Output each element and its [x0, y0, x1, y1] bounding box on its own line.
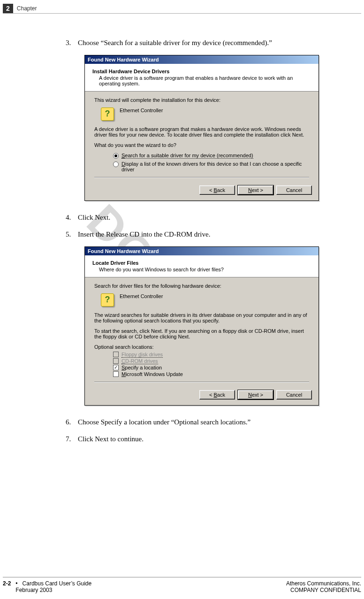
dialog-titlebar: Found New Hardware Wizard	[85, 247, 318, 255]
back-button[interactable]: < Back	[199, 390, 235, 399]
step-text: Choose “Search for a suitable driver for…	[78, 38, 345, 48]
dialog-panel-title: Install Hardware Device Drivers	[92, 69, 311, 74]
dialog-titlebar: Found New Hardware Wizard	[85, 55, 318, 64]
checkbox-icon	[113, 358, 119, 364]
device-name: Ethernet Controller	[120, 293, 163, 299]
cancel-button[interactable]: Cancel	[276, 185, 312, 195]
chapter-number-badge: 2	[3, 4, 13, 13]
dialog-text: Optional search locations:	[94, 344, 309, 350]
bullet: •	[15, 580, 17, 587]
page-header: 2 Chapter	[0, 4, 364, 13]
divider	[94, 177, 309, 178]
dialog-header-panel: Locate Driver Files Where do you want Wi…	[85, 255, 318, 277]
check-label: Floppy disk drives	[121, 352, 163, 357]
step-number: 6.	[66, 417, 78, 428]
page-number: 2-2	[3, 580, 11, 593]
check-cdrom[interactable]: CD-ROM drives	[113, 358, 309, 364]
check-floppy[interactable]: Floppy disk drives	[113, 352, 309, 357]
step-6: 6. Choose Specify a location under “Opti…	[66, 417, 345, 428]
device-name: Ethernet Controller	[120, 108, 163, 113]
question-icon: ?	[101, 293, 114, 307]
step-text: Click Next to continue.	[78, 434, 345, 445]
dialog-locate-files: Found New Hardware Wizard Locate Driver …	[84, 246, 319, 406]
radio-search-driver[interactable]: SSearch for a suitable driver for my dev…	[113, 153, 309, 159]
radio-display-list[interactable]: Display a list of the known drivers for …	[113, 161, 309, 172]
dialog-panel-subtitle: A device driver is a software program th…	[99, 75, 311, 86]
step-number: 4.	[66, 212, 78, 223]
checkbox-icon	[113, 371, 119, 377]
dialog-buttons: < Back Next > Cancel	[85, 181, 318, 200]
check-specify-location[interactable]: ✓ Specify a location	[113, 365, 309, 370]
step-number: 3.	[66, 38, 78, 48]
page-footer: 2-2 • Cardbus Card User’s Guide February…	[3, 577, 361, 593]
dialog-text: A device driver is a software program th…	[94, 126, 309, 138]
back-button[interactable]: < Back	[199, 185, 235, 195]
header-rule	[3, 13, 361, 14]
check-label: CD-ROM drives	[121, 358, 158, 364]
dialog-header-panel: Install Hardware Device Drivers A device…	[85, 64, 318, 92]
footer-rule	[3, 577, 361, 577]
chapter-label: Chapter	[17, 5, 37, 12]
step-text: Choose Specify a location under “Optiona…	[78, 417, 345, 428]
checkbox-icon: ✓	[113, 365, 119, 370]
device-row: ? Ethernet Controller	[101, 108, 309, 121]
doc-title: Cardbus Card User’s Guide	[23, 580, 92, 587]
dialog-text: To start the search, click Next. If you …	[94, 328, 309, 339]
check-label: Microsoft Windows Update	[121, 371, 183, 377]
doc-date: February 2003	[15, 587, 91, 593]
dialog-text: The wizard searches for suitable drivers…	[94, 312, 309, 323]
next-button[interactable]: Next >	[238, 390, 273, 399]
step-text: Insert the Release CD into the CD-ROM dr…	[78, 229, 345, 240]
dialog-body: This wizard will complete the installati…	[85, 92, 318, 181]
checkbox-icon	[113, 352, 119, 357]
divider	[94, 382, 309, 383]
company-name: Atheros Communications, Inc.	[286, 580, 361, 587]
step-5: 5. Insert the Release CD into the CD-ROM…	[66, 229, 345, 240]
page-content: 3. Choose “Search for a suitable driver …	[66, 38, 345, 451]
dialog-panel-subtitle: Where do you want Windows to search for …	[99, 267, 311, 272]
device-row: ? Ethernet Controller	[101, 293, 309, 307]
dialog-text: This wizard will complete the installati…	[94, 97, 309, 103]
step-3: 3. Choose “Search for a suitable driver …	[66, 38, 345, 48]
radio-label: Display a list of the known drivers for …	[121, 161, 309, 172]
dialog-install-drivers: Found New Hardware Wizard Install Hardwa…	[84, 55, 319, 201]
dialog-panel-title: Locate Driver Files	[92, 260, 311, 266]
next-button[interactable]: Next >	[238, 185, 273, 195]
dialog-text: Search for driver files for the followin…	[94, 283, 309, 289]
radio-icon	[113, 161, 119, 167]
step-number: 5.	[66, 229, 78, 240]
question-icon: ?	[101, 108, 114, 121]
radio-icon	[113, 153, 119, 159]
step-4: 4. Click Next.	[66, 212, 345, 223]
dialog-body: Search for driver files for the followin…	[85, 277, 318, 385]
dialog-text: What do you want the wizard to do?	[94, 142, 309, 148]
check-windows-update[interactable]: Microsoft Windows Update	[113, 371, 309, 377]
dialog-buttons: < Back Next > Cancel	[85, 385, 318, 405]
cancel-button[interactable]: Cancel	[276, 390, 312, 399]
step-7: 7. Click Next to continue.	[66, 434, 345, 445]
check-label: Specify a location	[121, 365, 162, 370]
step-number: 7.	[66, 434, 78, 445]
radio-label: SSearch for a suitable driver for my dev…	[121, 153, 253, 158]
confidential-label: COMPANY CONFIDENTIAL	[286, 587, 361, 593]
step-text: Click Next.	[78, 212, 345, 223]
